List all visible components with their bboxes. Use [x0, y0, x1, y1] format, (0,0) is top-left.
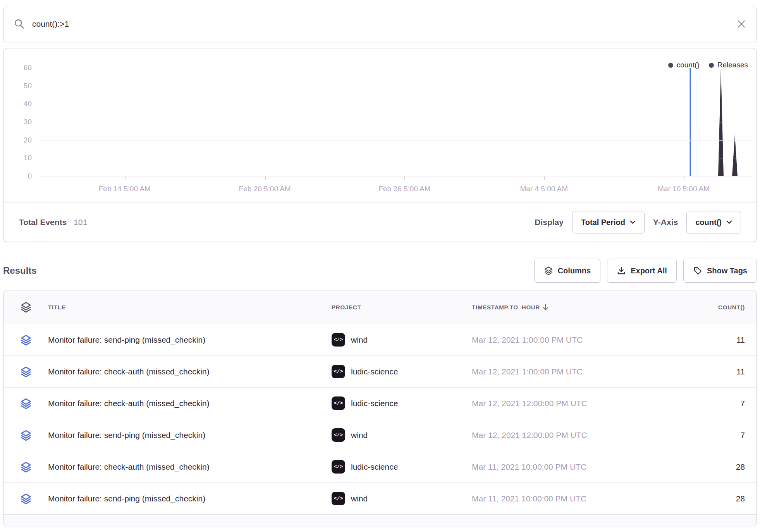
stack-row-icon[interactable] — [3, 429, 48, 441]
count-legend-dot-icon — [668, 63, 673, 68]
search-bar — [3, 6, 757, 42]
project-name[interactable]: ludic-science — [351, 462, 398, 472]
x-axis-tick — [684, 177, 684, 180]
project-name[interactable]: wind — [351, 431, 368, 440]
row-project: </> wind — [332, 492, 472, 505]
chart-footer: Total Events 101 Display Total Period Y-… — [3, 203, 757, 242]
releases-legend-dot-icon — [709, 63, 714, 68]
row-timestamp: Mar 12, 2021 12:00:00 PM UTC — [472, 399, 667, 408]
results-toolbar: Results Columns Export All Show Tags — [3, 258, 757, 283]
row-count: 11 — [667, 335, 757, 345]
gridline — [39, 140, 753, 141]
column-header-project[interactable]: PROJECT — [332, 304, 472, 311]
row-count: 28 — [667, 494, 757, 503]
table-row[interactable]: Monitor failure: send-ping (missed_check… — [3, 483, 757, 515]
count-spike — [732, 135, 738, 176]
y-axis-label: 0 — [6, 172, 32, 181]
events-chart-panel: count() Releases 6050403020100Feb 14 5:0… — [3, 48, 757, 242]
gridline — [39, 122, 753, 122]
stack-row-icon[interactable] — [3, 398, 48, 409]
x-axis-label: Mar 10 5:00 AM — [658, 185, 710, 193]
row-title[interactable]: Monitor failure: send-ping (missed_check… — [48, 431, 332, 440]
chevron-down-icon — [630, 220, 636, 224]
x-axis-label: Mar 4 5:00 AM — [520, 185, 568, 193]
row-count: 7 — [667, 431, 757, 440]
gridline — [39, 176, 753, 177]
project-name[interactable]: wind — [351, 494, 368, 503]
search-icon — [14, 18, 25, 30]
table-row[interactable]: Monitor failure: check-auth (missed_chec… — [3, 388, 757, 419]
total-events-label: Total Events — [19, 218, 67, 227]
display-label: Display — [535, 218, 564, 227]
gridline — [39, 158, 753, 158]
results-heading: Results — [3, 265, 37, 276]
project-name[interactable]: ludic-science — [351, 367, 398, 376]
project-platform-icon: </> — [332, 428, 345, 442]
row-count: 7 — [667, 399, 757, 408]
row-count: 28 — [667, 462, 757, 472]
x-axis-label: Feb 20 5:00 AM — [239, 185, 291, 193]
download-icon — [617, 266, 626, 275]
show-tags-button-label: Show Tags — [707, 266, 747, 275]
column-header-title[interactable]: TITLE — [48, 304, 332, 311]
table-row[interactable]: Monitor failure: check-auth (missed_chec… — [3, 356, 757, 388]
row-title[interactable]: Monitor failure: check-auth (missed_chec… — [48, 399, 332, 408]
project-platform-icon: </> — [332, 492, 345, 505]
y-axis-label: 60 — [6, 63, 32, 72]
row-timestamp: Mar 12, 2021 12:00:00 PM UTC — [472, 431, 667, 440]
export-all-button-label: Export All — [631, 266, 667, 275]
project-platform-icon: </> — [332, 396, 345, 410]
row-timestamp: Mar 12, 2021 1:00:00 PM UTC — [472, 367, 667, 376]
column-header-timestamp[interactable]: TIMESTAMP.TO_HOUR — [472, 303, 667, 311]
x-axis-tick — [125, 177, 126, 180]
project-platform-icon: </> — [332, 365, 345, 378]
row-title[interactable]: Monitor failure: check-auth (missed_chec… — [48, 462, 332, 472]
project-name[interactable]: ludic-science — [351, 399, 398, 408]
table-footer — [3, 515, 757, 526]
x-axis-tick — [544, 177, 545, 180]
yaxis-dropdown-value: count() — [695, 218, 722, 227]
y-axis-label: 50 — [6, 81, 32, 91]
yaxis-dropdown[interactable]: count() — [686, 211, 741, 233]
stack-row-icon[interactable] — [3, 493, 48, 505]
table-row[interactable]: Monitor failure: check-auth (missed_chec… — [3, 451, 757, 483]
chevron-down-icon — [726, 220, 732, 224]
row-project: </> ludic-science — [332, 396, 472, 410]
table-body: Monitor failure: send-ping (missed_check… — [3, 324, 757, 515]
table-row[interactable]: Monitor failure: send-ping (missed_check… — [3, 324, 757, 356]
stack-row-icon[interactable] — [3, 366, 48, 378]
search-input[interactable] — [32, 19, 736, 29]
yaxis-label: Y-Axis — [653, 218, 678, 227]
table-row[interactable]: Monitor failure: send-ping (missed_check… — [3, 419, 757, 451]
sort-desc-icon — [542, 303, 550, 311]
row-title[interactable]: Monitor failure: send-ping (missed_check… — [48, 494, 332, 503]
row-project: </> ludic-science — [332, 460, 472, 474]
gridline — [39, 86, 753, 86]
column-header-count[interactable]: COUNT() — [667, 304, 757, 311]
chart-plot-area[interactable]: 6050403020100Feb 14 5:00 AMFeb 20 5:00 A… — [39, 68, 753, 176]
gridline — [39, 68, 753, 68]
y-axis-label: 30 — [6, 117, 32, 127]
show-tags-button[interactable]: Show Tags — [683, 259, 757, 283]
x-axis-tick — [404, 177, 405, 180]
row-project: </> ludic-science — [332, 365, 472, 378]
row-title[interactable]: Monitor failure: check-auth (missed_chec… — [48, 367, 332, 376]
display-dropdown[interactable]: Total Period — [572, 211, 645, 233]
stack-row-icon[interactable] — [3, 334, 48, 346]
stack-header-icon[interactable] — [3, 301, 48, 313]
project-platform-icon: </> — [332, 333, 345, 347]
stack-row-icon[interactable] — [3, 461, 48, 473]
row-count: 11 — [667, 367, 757, 376]
x-axis-label: Feb 26 5:00 AM — [378, 185, 430, 193]
clear-search-button[interactable] — [736, 19, 746, 29]
project-name[interactable]: wind — [351, 335, 368, 345]
layers-icon — [544, 266, 553, 275]
columns-button-label: Columns — [558, 266, 591, 275]
row-title[interactable]: Monitor failure: send-ping (missed_check… — [48, 335, 332, 345]
gridline — [39, 104, 753, 104]
row-timestamp: Mar 12, 2021 1:00:00 PM UTC — [472, 335, 667, 345]
row-timestamp: Mar 11, 2021 10:00:00 PM UTC — [472, 494, 667, 503]
export-all-button[interactable]: Export All — [607, 259, 677, 283]
columns-button[interactable]: Columns — [534, 259, 601, 283]
total-events: Total Events 101 — [19, 218, 87, 227]
